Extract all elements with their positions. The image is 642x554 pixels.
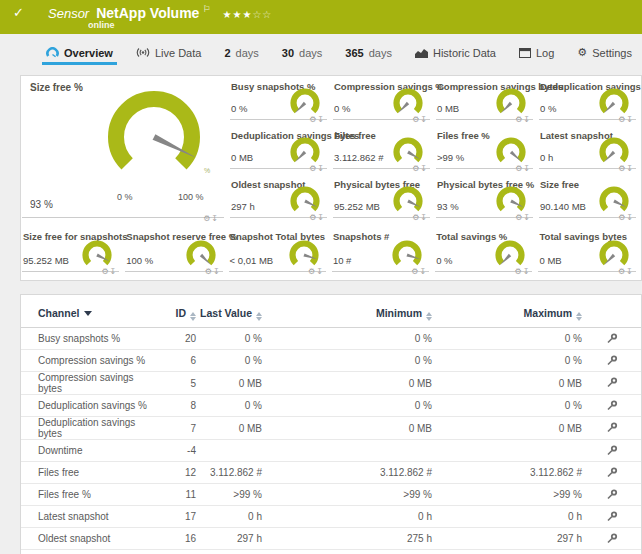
flag-icon[interactable]: ⚐ [202, 4, 210, 14]
tab-365-days[interactable]: 365days [343, 38, 394, 67]
small-gauge-cell-files-free-[interactable]: Files free % >99 % ⚙↧ [435, 125, 538, 174]
small-gauge-cell-size-free-for-snapshots[interactable]: Size free for snapshots 95.252 MB ⚙↧ [21, 223, 124, 280]
pin-icon[interactable]: ↧ [626, 164, 634, 173]
column-header-last-value[interactable]: Last Value [196, 295, 262, 328]
pin-icon[interactable]: ↧ [420, 115, 428, 124]
sort-icon [426, 312, 432, 321]
gear-icon[interactable]: ⚙ [308, 267, 316, 276]
main-gauge-size-free-pct[interactable]: Size free % 0 % 100 % % 93 % ⚙↧ [21, 76, 229, 223]
table-row[interactable]: Files free 12 3.112.862 # 3.112.862 # 3.… [21, 462, 641, 484]
channel-settings-icon[interactable] [606, 532, 618, 546]
tab-live-data[interactable]: Live Data [134, 38, 203, 67]
small-gauge-cell-files-free[interactable]: Files free 3.112.862 # ⚙↧ [332, 125, 435, 174]
stars-empty[interactable]: ☆☆ [252, 9, 272, 20]
channel-settings-icon[interactable] [606, 399, 618, 413]
small-gauge-cell-size-free[interactable]: Size free 90.140 MB ⚙↧ [538, 174, 641, 223]
small-gauge-cell-deduplication-savings-bytes[interactable]: Deduplication savings bytes 0 MB ⚙↧ [229, 125, 332, 174]
pin-icon[interactable]: ↧ [419, 267, 427, 276]
channel-settings-icon[interactable] [606, 466, 618, 480]
pin-icon[interactable]: ↧ [523, 267, 531, 276]
pin-icon[interactable]: ↧ [211, 214, 219, 223]
cell-id: 20 [158, 328, 196, 350]
tab-historic-data[interactable]: Historic Data [413, 38, 498, 67]
cell-minimum: 275 h [262, 528, 432, 550]
tab-settings[interactable]: ⚙ Settings [575, 37, 634, 67]
pin-icon[interactable]: ↧ [626, 267, 634, 276]
gear-icon[interactable]: ⚙ [205, 267, 213, 276]
column-header-id[interactable]: ID [158, 295, 196, 328]
small-gauge-cell-deduplication-savings-[interactable]: Deduplication savings % 0 % ⚙↧ [538, 76, 641, 125]
object-kind-label: Sensor [48, 6, 89, 21]
pin-icon[interactable]: ↧ [317, 213, 325, 222]
channel-settings-icon[interactable] [606, 354, 618, 368]
gauge-value: 95.252 MB [334, 201, 380, 212]
gauge-value: 3.112.862 # [334, 152, 383, 163]
tab-overview[interactable]: Overview [44, 38, 115, 67]
channel-settings-icon[interactable] [606, 488, 618, 502]
small-gauge-cell-snapshots-[interactable]: Snapshots # 10 # ⚙↧ [331, 223, 434, 280]
pin-icon[interactable]: ↧ [420, 164, 428, 173]
channel-settings-icon[interactable] [606, 332, 618, 346]
pin-icon[interactable]: ↧ [317, 115, 325, 124]
cell-last-value: 0 % [196, 328, 262, 350]
tab-30-days[interactable]: 30days [280, 38, 325, 67]
pin-icon[interactable]: ↧ [626, 115, 634, 124]
table-row[interactable]: Downtime -4 [21, 440, 641, 462]
column-header-maximum[interactable]: Maximum [432, 295, 582, 328]
cell-maximum: 0 MB [432, 417, 582, 440]
small-gauge-cell-snapshot-total-bytes[interactable]: Snapshot Total bytes < 0,01 MB ⚙↧ [228, 223, 331, 280]
pin-icon[interactable]: ↧ [316, 267, 324, 276]
pin-icon[interactable]: ↧ [626, 213, 634, 222]
cell-maximum: 0 MB [432, 372, 582, 395]
small-gauge-cell-total-savings-[interactable]: Total savings % 0 % ⚙↧ [434, 223, 537, 280]
pin-icon[interactable]: ↧ [523, 213, 531, 222]
cell-minimum [262, 440, 432, 462]
tab-log[interactable]: Log [517, 38, 556, 67]
small-gauge-cell-physical-bytes-free[interactable]: Physical bytes free 95.252 MB ⚙↧ [332, 174, 435, 223]
pin-icon[interactable]: ↧ [317, 164, 325, 173]
pin-icon[interactable]: ↧ [110, 267, 118, 276]
small-gauge-cell-latest-snapshot[interactable]: Latest snapshot 0 h ⚙↧ [538, 125, 641, 174]
tab-label: Live Data [155, 47, 201, 59]
small-gauge-cell-compression-savings-[interactable]: Compression savings % 0 % ⚙↧ [332, 76, 435, 125]
small-gauge-cell-oldest-snapshot[interactable]: Oldest snapshot 297 h ⚙↧ [229, 174, 332, 223]
small-gauge-cell-physical-bytes-free-[interactable]: Physical bytes free % 93 % ⚙↧ [435, 174, 538, 223]
tab-2-days[interactable]: 2days [222, 38, 260, 67]
priority-stars[interactable]: ★★★☆☆ [222, 9, 272, 20]
gauge-value: 0 % [540, 103, 556, 114]
table-row[interactable]: Compression savings % 6 0 % 0 % 0 % [21, 350, 641, 372]
table-row[interactable]: Busy snapshots % 20 0 % 0 % 0 % [21, 328, 641, 350]
gauge-value: 100 % [126, 255, 153, 266]
cell-id: 6 [158, 350, 196, 372]
channel-settings-icon[interactable] [606, 376, 618, 390]
gear-icon[interactable]: ⚙ [515, 267, 523, 276]
small-gauge-cell-total-savings-bytes[interactable]: Total savings bytes 0 MB ⚙↧ [537, 223, 640, 280]
table-row[interactable]: Deduplication savings bytes 7 0 MB 0 MB … [21, 417, 641, 440]
pin-icon[interactable]: ↧ [213, 267, 221, 276]
pin-icon[interactable]: ↧ [523, 164, 531, 173]
column-header-channel[interactable]: Channel [21, 295, 158, 328]
small-gauge-cell-compression-savings-bytes[interactable]: Compression savings bytes 0 MB ⚙↧ [435, 76, 538, 125]
table-row[interactable]: Oldest snapshot 16 297 h 275 h 297 h [21, 528, 641, 550]
gear-icon[interactable]: ⚙ [101, 267, 109, 276]
stars-filled[interactable]: ★★★ [222, 9, 252, 20]
table-row[interactable]: Files free % 11 >99 % >99 % >99 % [21, 484, 641, 506]
table-row[interactable]: Deduplication savings % 8 0 % 0 % 0 % [21, 395, 641, 417]
table-row[interactable]: Compression savings bytes 5 0 MB 0 MB 0 … [21, 372, 641, 395]
cell-channel: Files free % [21, 484, 158, 506]
channel-settings-icon[interactable] [606, 444, 618, 458]
cell-minimum: 0 % [262, 350, 432, 372]
small-gauge-cell-busy-snapshots-[interactable]: Busy snapshots % 0 % ⚙↧ [229, 76, 332, 125]
channel-settings-icon[interactable] [606, 510, 618, 524]
small-gauge-cell-snapshot-reserve-free-[interactable]: Snapshot reserve free % 100 % ⚙↧ [124, 223, 227, 280]
pin-icon[interactable]: ↧ [523, 115, 531, 124]
pin-icon[interactable]: ↧ [420, 213, 428, 222]
gear-icon[interactable]: ⚙ [618, 267, 626, 276]
cell-channel: Files free [21, 462, 158, 484]
tab-number: 365 [345, 47, 363, 59]
table-row[interactable]: Latest snapshot 17 0 h 0 h 0 h [21, 506, 641, 528]
channel-settings-icon[interactable] [606, 421, 618, 435]
column-header-minimum[interactable]: Minimum [262, 295, 432, 328]
sort-icon [256, 312, 262, 321]
gauge-max-label: 100 % [178, 192, 204, 202]
